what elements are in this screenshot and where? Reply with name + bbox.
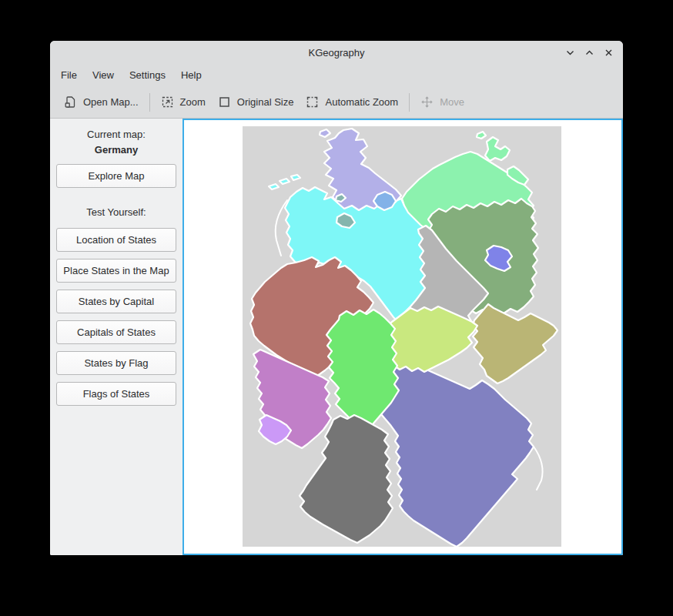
- location-of-states-button[interactable]: Location of States: [56, 228, 176, 252]
- place-states-in-map-button[interactable]: Place States in the Map: [56, 259, 176, 283]
- menu-view[interactable]: View: [85, 64, 122, 86]
- move-button[interactable]: Move: [414, 91, 470, 113]
- chevron-down-icon: [565, 48, 575, 58]
- current-map-label: Current map:: [87, 129, 146, 140]
- map-viewport[interactable]: [182, 119, 623, 555]
- test-yourself-label: Test Yourself:: [86, 206, 146, 218]
- menu-settings[interactable]: Settings: [122, 64, 173, 86]
- capitals-of-states-button[interactable]: Capitals of States: [56, 320, 176, 344]
- menu-help[interactable]: Help: [173, 64, 209, 86]
- move-label: Move: [440, 96, 464, 108]
- maximize-button[interactable]: [584, 47, 594, 58]
- current-map-name: Germany: [95, 144, 138, 156]
- sidebar: Current map: Germany Explore Map Test Yo…: [50, 119, 182, 555]
- menu-bar: File View Settings Help: [50, 64, 623, 86]
- window-controls: [564, 41, 614, 64]
- explore-map-button[interactable]: Explore Map: [56, 164, 176, 188]
- automatic-zoom-label: Automatic Zoom: [325, 96, 398, 108]
- close-icon: [604, 48, 614, 58]
- original-size-icon: [218, 95, 231, 109]
- close-button[interactable]: [603, 47, 614, 58]
- chevron-up-icon: [584, 48, 594, 58]
- title-bar[interactable]: KGeography: [50, 41, 623, 64]
- automatic-zoom-button[interactable]: Automatic Zoom: [300, 91, 404, 113]
- menu-file[interactable]: File: [53, 64, 85, 86]
- window-title: KGeography: [309, 47, 365, 59]
- move-icon: [420, 95, 434, 109]
- open-map-button[interactable]: Open Map...: [58, 91, 145, 113]
- main-content: Current map: Germany Explore Map Test Yo…: [50, 119, 623, 555]
- states-by-flag-button[interactable]: States by Flag: [56, 351, 176, 375]
- zoom-label: Zoom: [180, 96, 206, 108]
- flags-of-states-button[interactable]: Flags of States: [56, 382, 176, 406]
- toolbar-separator: [149, 93, 150, 112]
- toolbar-separator: [409, 93, 410, 112]
- toolbar: Open Map... Zoom Original Size: [50, 86, 623, 119]
- open-map-label: Open Map...: [83, 96, 139, 108]
- germany-map: [243, 126, 561, 547]
- automatic-zoom-icon: [306, 95, 319, 109]
- original-size-label: Original Size: [237, 96, 294, 108]
- zoom-button[interactable]: Zoom: [155, 91, 212, 113]
- quiz-button-list: Location of States Place States in the M…: [56, 228, 176, 406]
- zoom-icon: [161, 95, 174, 109]
- original-size-button[interactable]: Original Size: [212, 91, 300, 113]
- kgeography-window: KGeography File View Settings Help: [50, 41, 623, 555]
- states-by-capital-button[interactable]: States by Capital: [56, 290, 176, 313]
- open-map-icon: [64, 95, 77, 109]
- minimize-button[interactable]: [564, 47, 575, 58]
